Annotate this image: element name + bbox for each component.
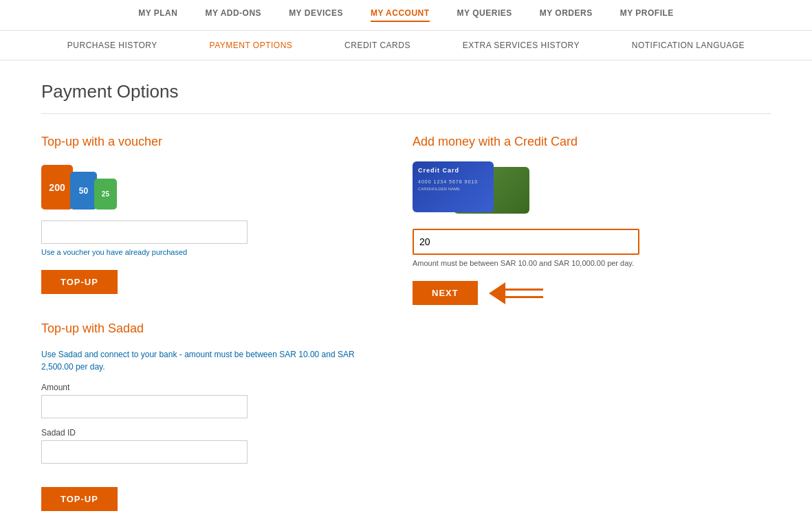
voucher-hint[interactable]: Use a voucher you have already purchased bbox=[41, 248, 358, 256]
nav-my-queries[interactable]: MY QUERIES bbox=[457, 8, 512, 22]
sadad-topup-button[interactable]: TOP-UP bbox=[41, 487, 118, 511]
right-column: Add money with a Credit Card Credit Card… bbox=[413, 135, 771, 511]
section-divider bbox=[41, 113, 771, 114]
amount-hint-text: Amount must be between SAR 10.00 and SAR… bbox=[413, 259, 639, 267]
nav-my-account[interactable]: MY ACCOUNT bbox=[371, 8, 430, 22]
arrow-tail bbox=[505, 289, 543, 298]
nav-my-addons[interactable]: MY ADD-ONS bbox=[205, 8, 261, 22]
nav-my-plan[interactable]: MY PLAN bbox=[138, 8, 177, 22]
sadad-id-input[interactable] bbox=[41, 440, 248, 464]
sadad-id-group: Sadad ID bbox=[41, 428, 358, 464]
subnav-credit-cards[interactable]: CREDIT CARDS bbox=[344, 41, 410, 50]
voucher-image: 200 50 25 bbox=[41, 161, 117, 210]
next-button[interactable]: NEXT bbox=[413, 281, 478, 305]
sadad-amount-group: Amount bbox=[41, 383, 358, 418]
top-navigation: MY PLAN MY ADD-ONS MY DEVICES MY ACCOUNT… bbox=[0, 0, 812, 31]
credit-card-image: Credit Card 4000 1234 5678 9010 CARDHOLD… bbox=[413, 161, 536, 216]
sadad-amount-input[interactable] bbox=[41, 395, 248, 418]
credit-card-section-title: Add money with a Credit Card bbox=[413, 135, 771, 149]
subnav-notification-language[interactable]: NOTIFICATION LANGUAGE bbox=[632, 41, 745, 50]
voucher-card-200: 200 bbox=[49, 182, 65, 193]
card-label-text: Credit Card bbox=[418, 167, 488, 174]
sadad-section-title: Top-up with Sadad bbox=[41, 321, 358, 336]
voucher-section-title: Top-up with a voucher bbox=[41, 135, 358, 149]
blue-card: Credit Card 4000 1234 5678 9010 CARDHOLD… bbox=[413, 161, 494, 212]
sadad-section: Top-up with Sadad Use Sadad and connect … bbox=[41, 321, 358, 511]
voucher-card-50: 50 bbox=[79, 186, 88, 196]
main-columns: Top-up with a voucher 200 50 25 Use a vo… bbox=[41, 135, 771, 511]
voucher-card-sm: 25 bbox=[102, 190, 109, 198]
nav-my-orders[interactable]: MY ORDERS bbox=[540, 8, 593, 22]
page-title: Payment Options bbox=[41, 81, 771, 102]
voucher-topup-button[interactable]: TOP-UP bbox=[41, 270, 118, 294]
sub-navigation: PURCHASE HISTORY PAYMENT OPTIONS CREDIT … bbox=[0, 31, 812, 60]
arrow-indicator bbox=[489, 282, 543, 304]
voucher-input[interactable] bbox=[41, 221, 248, 244]
sadad-description: Use Sadad and connect to your bank - amo… bbox=[41, 348, 358, 373]
left-column: Top-up with a voucher 200 50 25 Use a vo… bbox=[41, 135, 358, 511]
nav-my-devices[interactable]: MY DEVICES bbox=[289, 8, 343, 22]
page-content: Payment Options Top-up with a voucher 20… bbox=[0, 60, 812, 520]
arrow-head bbox=[489, 282, 505, 304]
sadad-amount-label: Amount bbox=[41, 383, 358, 392]
subnav-purchase-history[interactable]: PURCHASE HISTORY bbox=[67, 41, 157, 50]
next-button-row: NEXT bbox=[413, 281, 771, 305]
subnav-payment-options[interactable]: PAYMENT OPTIONS bbox=[210, 41, 293, 50]
sadad-id-label: Sadad ID bbox=[41, 428, 358, 438]
nav-my-profile[interactable]: MY PROFILE bbox=[620, 8, 674, 22]
credit-card-amount-input[interactable] bbox=[413, 229, 639, 255]
amount-input-wrapper bbox=[413, 229, 771, 255]
voucher-section: Top-up with a voucher 200 50 25 Use a vo… bbox=[41, 135, 358, 294]
card-number: 4000 1234 5678 9010 bbox=[418, 179, 488, 184]
card-holder: CARDHOLDER NAME bbox=[418, 187, 488, 191]
subnav-extra-services[interactable]: EXTRA SERVICES HISTORY bbox=[463, 41, 580, 50]
